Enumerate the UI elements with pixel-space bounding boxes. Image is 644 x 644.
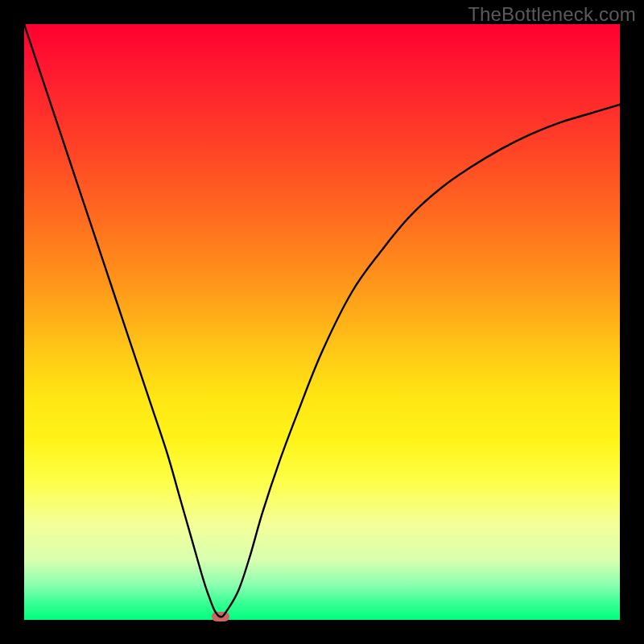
curve-svg xyxy=(24,24,620,620)
watermark-text: TheBottleneck.com xyxy=(468,3,636,26)
bottleneck-curve-path xyxy=(24,24,620,617)
chart-frame: TheBottleneck.com xyxy=(0,0,644,644)
plot-area xyxy=(24,24,620,620)
